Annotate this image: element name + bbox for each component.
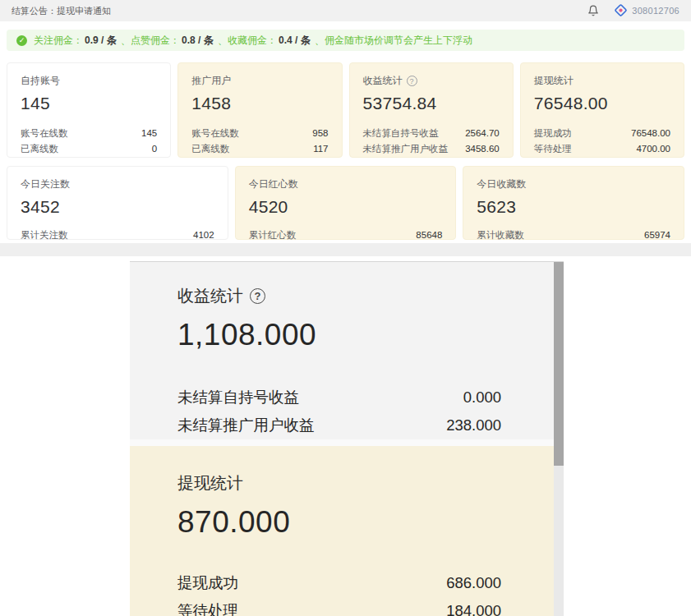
row-label: 账号在线数 <box>21 126 68 141</box>
card-value: 3452 <box>21 197 214 217</box>
row-label: 等待处理 <box>534 141 572 157</box>
stat-card-withdraw: 提现统计 76548.00 提现成功76548.00 等待处理4700.00 <box>520 62 684 158</box>
mobile-screenshot-panel: 收益统计? 1,108.000 未结算自持号收益0.000 未结算推广用户收益2… <box>130 261 564 616</box>
card-value: 53754.84 <box>363 94 500 113</box>
notice-label: 关注佣金： <box>34 34 83 48</box>
row-label: 提现成功 <box>534 126 572 141</box>
row-value: 85648 <box>416 228 442 243</box>
card-value: 870.000 <box>177 505 501 540</box>
user-id: 308012706 <box>632 6 679 16</box>
stat-card-hearts-today: 今日红心数 4520 累计红心数85648 <box>235 166 457 240</box>
stat-card-follows-today: 今日关注数 3452 累计关注数4102 <box>7 166 228 240</box>
card-value: 1,108.000 <box>177 318 501 352</box>
card-title: 提现统计 <box>534 74 574 88</box>
mobile-income-card: 收益统计? 1,108.000 未结算自持号收益0.000 未结算推广用户收益2… <box>130 262 564 439</box>
notice-label: 、佣金随市场价调节会产生上下浮动 <box>312 34 472 48</box>
page-divider <box>0 243 691 256</box>
row-value: 184.000 <box>446 597 501 616</box>
row-label: 未结算自持号收益 <box>363 126 439 141</box>
row-value: 0 <box>152 141 157 157</box>
help-icon[interactable]: ? <box>250 288 265 304</box>
row-value: 4102 <box>193 228 214 243</box>
row-value: 4700.00 <box>636 141 670 157</box>
notice-value: 0.9 / 条 <box>85 34 117 48</box>
card-title: 自持账号 <box>21 74 60 88</box>
notice-label: 、收藏佣金： <box>215 34 277 48</box>
row-label: 等待处理 <box>177 597 238 616</box>
row-label: 累计关注数 <box>21 228 68 243</box>
announcement-text: 结算公告：提现申请通知 <box>12 5 111 17</box>
card-value: 1458 <box>191 94 328 113</box>
row-label: 累计收藏数 <box>477 228 524 243</box>
app-logo-icon <box>614 3 628 19</box>
stats-row-1: 自持账号 145 账号在线数145 已离线数0 推广用户 1458 账号在线数9… <box>0 62 691 158</box>
help-icon[interactable]: ? <box>407 76 417 86</box>
stats-row-2: 今日关注数 3452 累计关注数4102 今日红心数 4520 累计红心数856… <box>0 166 691 240</box>
stat-card-promo-users: 推广用户 1458 账号在线数958 已离线数117 <box>177 62 342 158</box>
card-title: 今日红心数 <box>249 177 298 191</box>
row-label: 账号在线数 <box>191 126 239 141</box>
row-value: 2564.70 <box>465 126 500 141</box>
card-title: 推广用户 <box>191 74 231 88</box>
card-title: 收益统计 <box>177 285 243 307</box>
card-value: 5623 <box>477 197 670 217</box>
row-value: 76548.00 <box>631 126 670 141</box>
bell-icon[interactable] <box>587 5 599 16</box>
stat-card-favorites-today: 今日收藏数 5623 累计收藏数65974 <box>463 166 684 240</box>
scrollbar[interactable] <box>554 262 564 616</box>
commission-notice: ✓ 关注佣金：0.9 / 条 、点赞佣金：0.8 / 条 、收藏佣金：0.4 /… <box>7 30 684 51</box>
stat-card-self-accounts: 自持账号 145 账号在线数145 已离线数0 <box>7 62 171 158</box>
notice-value: 0.8 / 条 <box>182 34 214 48</box>
mobile-withdraw-card: 提现统计 870.000 提现成功686.000 等待处理184.000 <box>130 446 564 616</box>
row-label: 未结算自持号收益 <box>177 384 299 411</box>
card-value: 76548.00 <box>534 94 670 113</box>
row-value: 65974 <box>644 228 670 243</box>
notice-value: 0.4 / 条 <box>279 34 311 48</box>
row-label: 累计红心数 <box>249 228 297 243</box>
notice-label: 、点赞佣金： <box>118 34 180 48</box>
row-value: 686.000 <box>446 569 501 597</box>
success-icon: ✓ <box>16 35 27 46</box>
row-value: 0.000 <box>463 384 501 411</box>
topbar: 结算公告：提现申请通知 308012706 <box>0 0 691 21</box>
row-value: 3458.60 <box>465 141 500 157</box>
row-label: 已离线数 <box>21 141 58 157</box>
card-value: 145 <box>21 94 157 113</box>
row-label: 未结算推广用户收益 <box>363 141 449 157</box>
row-label: 未结算推广用户收益 <box>177 411 315 439</box>
card-title: 今日关注数 <box>21 177 70 191</box>
row-value: 117 <box>313 141 328 157</box>
row-label: 已离线数 <box>191 141 229 157</box>
row-label: 提现成功 <box>177 569 238 597</box>
scrollbar-thumb[interactable] <box>554 262 564 466</box>
row-value: 958 <box>312 126 328 141</box>
row-value: 145 <box>141 126 157 141</box>
row-value: 238.000 <box>446 411 501 439</box>
card-title: 收益统计 <box>363 74 403 88</box>
card-title: 今日收藏数 <box>477 177 526 191</box>
card-value: 4520 <box>249 197 443 217</box>
stat-card-income: 收益统计? 53754.84 未结算自持号收益2564.70 未结算推广用户收益… <box>349 62 514 158</box>
card-title: 提现统计 <box>177 472 243 494</box>
